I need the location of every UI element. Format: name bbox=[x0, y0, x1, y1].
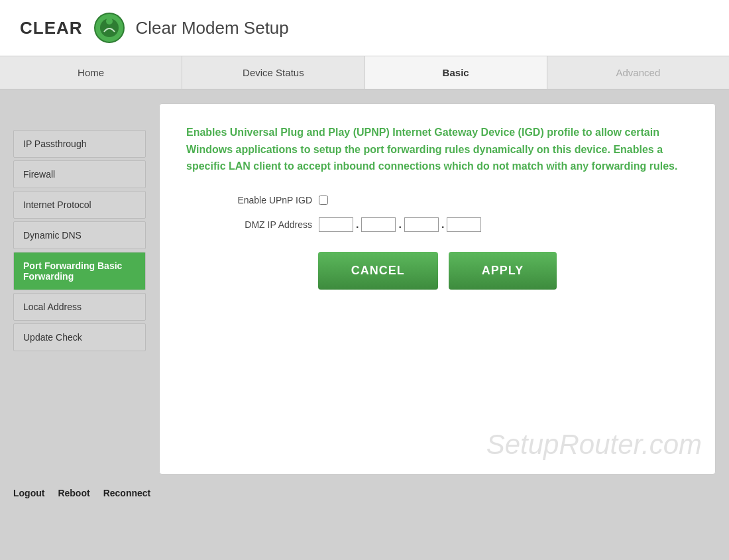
form-section: Enable UPnP IGD DMZ IP Address . . . bbox=[186, 195, 689, 232]
cancel-button[interactable]: CANCEL bbox=[318, 252, 438, 290]
button-row: CANCEL APPLY bbox=[186, 252, 689, 290]
nav-advanced[interactable]: Advanced bbox=[547, 56, 729, 89]
sidebar-item-internet-protocol[interactable]: Internet Protocol bbox=[13, 191, 146, 219]
sidebar: IP Passthrough Firewall Internet Protoco… bbox=[13, 103, 146, 475]
upnp-checkbox[interactable] bbox=[319, 196, 328, 205]
sidebar-item-dynamic-dns[interactable]: Dynamic DNS bbox=[13, 221, 146, 249]
ip-octet-1[interactable] bbox=[319, 217, 353, 232]
logo-text: CLEAR bbox=[20, 18, 83, 38]
content-panel: Enables Universal Plug and Play (UPNP) I… bbox=[159, 103, 716, 475]
logout-link[interactable]: Logout bbox=[13, 488, 44, 498]
main-container: IP Passthrough Firewall Internet Protoco… bbox=[0, 90, 729, 481]
ip-dot-2: . bbox=[398, 219, 401, 231]
ip-dot-3: . bbox=[441, 219, 444, 231]
watermark: SetupRouter.com bbox=[486, 429, 702, 461]
sidebar-item-local-address[interactable]: Local Address bbox=[13, 293, 146, 321]
upnp-label: Enable UPnP IGD bbox=[226, 195, 312, 205]
ip-octet-3[interactable] bbox=[404, 217, 439, 232]
reconnect-link[interactable]: Reconnect bbox=[103, 488, 151, 498]
reboot-link[interactable]: Reboot bbox=[58, 488, 89, 498]
upnp-row: Enable UPnP IGD bbox=[226, 195, 328, 205]
nav-device-status[interactable]: Device Status bbox=[182, 56, 364, 89]
nav-home[interactable]: Home bbox=[0, 56, 182, 89]
apply-button[interactable]: APPLY bbox=[449, 252, 557, 290]
ip-octet-2[interactable] bbox=[361, 217, 396, 232]
ip-octet-4[interactable] bbox=[447, 217, 481, 232]
ip-dot-1: . bbox=[356, 219, 359, 231]
nav-basic[interactable]: Basic bbox=[365, 56, 547, 89]
dmz-label: DMZ IP Address bbox=[226, 219, 312, 230]
dmz-row: DMZ IP Address . . . bbox=[226, 217, 481, 232]
ip-inputs: . . . bbox=[319, 217, 481, 232]
sidebar-item-port-forwarding[interactable]: Port Forwarding Basic Forwarding bbox=[13, 252, 146, 290]
sidebar-item-firewall[interactable]: Firewall bbox=[13, 160, 146, 188]
sidebar-item-update-check[interactable]: Update Check bbox=[13, 323, 146, 351]
sidebar-item-ip-passthrough[interactable]: IP Passthrough bbox=[13, 130, 146, 158]
logo-icon bbox=[93, 12, 125, 44]
description-text: Enables Universal Plug and Play (UPNP) I… bbox=[186, 124, 689, 175]
svg-point-2 bbox=[106, 18, 113, 25]
footer: Logout Reboot Reconnect bbox=[0, 481, 729, 505]
app-title: Clear Modem Setup bbox=[136, 18, 289, 38]
app-header: CLEAR Clear Modem Setup bbox=[0, 0, 729, 56]
navbar: Home Device Status Basic Advanced bbox=[0, 56, 729, 90]
